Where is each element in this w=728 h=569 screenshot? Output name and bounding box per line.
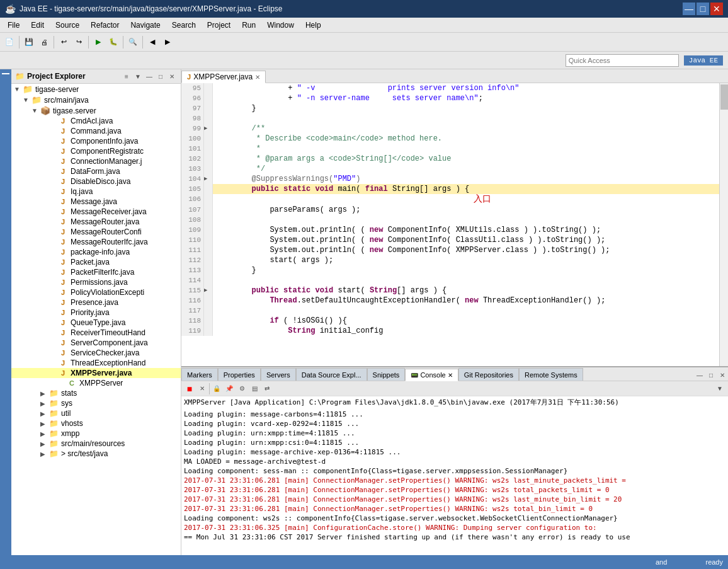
console-option3[interactable]: ⇄ bbox=[261, 383, 273, 394]
line-content[interactable]: public static void start( String[] args … bbox=[213, 285, 446, 296]
line-content[interactable]: System.out.println( ( new ComponentInfo(… bbox=[213, 225, 601, 235]
tree-item-messagerouter-java[interactable]: JMessageRouter.java bbox=[11, 217, 181, 227]
tab-properties[interactable]: Properties bbox=[218, 368, 261, 381]
tree-item-src-main-resources[interactable]: ▶📁src/main/resources bbox=[11, 439, 181, 449]
line-content[interactable]: 入口 bbox=[213, 194, 491, 205]
tree-item-queuetype-java[interactable]: JQueueType.java bbox=[11, 318, 181, 328]
tree-item-packetfilterifc-java[interactable]: JPacketFilterIfc.java bbox=[11, 267, 181, 277]
tree-item-policyviolationexcepti[interactable]: JPolicyViolationExcepti bbox=[11, 287, 181, 297]
line-content[interactable]: } bbox=[213, 265, 256, 275]
debug-button[interactable]: 🐛 bbox=[106, 35, 120, 49]
tree-item-dataform-java[interactable]: JDataForm.java bbox=[11, 166, 181, 176]
menu-edit[interactable]: Edit bbox=[26, 20, 49, 31]
menu-source[interactable]: Source bbox=[50, 20, 84, 31]
bottom-panel-maximize[interactable]: □ bbox=[705, 369, 717, 381]
tree-item-componentinfo-java[interactable]: JComponentInfo.java bbox=[11, 136, 181, 146]
line-content[interactable]: System.out.println( ( new ComponentInfo(… bbox=[213, 245, 610, 255]
tree-item-receivertimeouthand[interactable]: JReceiverTimeoutHand bbox=[11, 328, 181, 338]
menu-search[interactable]: Search bbox=[167, 20, 201, 31]
line-content[interactable]: } bbox=[213, 103, 256, 113]
line-content[interactable] bbox=[213, 113, 215, 124]
run-button[interactable]: ▶ bbox=[91, 35, 105, 49]
tab-close-button[interactable]: ✕ bbox=[255, 74, 260, 81]
search-button[interactable]: 🔍 bbox=[126, 35, 140, 49]
tree-item-presence-java[interactable]: JPresence.java bbox=[11, 297, 181, 307]
line-content[interactable]: + " -n server-name sets server name\n"; bbox=[213, 93, 483, 103]
undo-button[interactable]: ↩ bbox=[57, 35, 71, 49]
tree-item-stats[interactable]: ▶📁stats bbox=[11, 388, 181, 398]
menu-run[interactable]: Run bbox=[237, 20, 261, 31]
print-button[interactable]: 🖨 bbox=[37, 35, 51, 49]
tree-item-util[interactable]: ▶📁util bbox=[11, 408, 181, 418]
tree-src[interactable]: ▼ 📁 src/main/java bbox=[11, 95, 181, 105]
line-content[interactable]: public static void main( final String[] … bbox=[213, 184, 469, 194]
line-content[interactable]: /** bbox=[213, 124, 265, 134]
line-content[interactable]: System.out.println( ( new ComponentInfo(… bbox=[213, 235, 605, 245]
tree-item-iq-java[interactable]: JIq.java bbox=[11, 187, 181, 197]
tree-item-xmppserver-java[interactable]: JXMPPServer.java bbox=[11, 368, 181, 378]
bottom-panel-close[interactable]: ✕ bbox=[717, 369, 728, 381]
tree-item-messagerouterifc-java[interactable]: JMessageRouterIfc.java bbox=[11, 237, 181, 247]
save-button[interactable]: 💾 bbox=[22, 35, 36, 49]
console-tab-close[interactable]: ✕ bbox=[448, 372, 453, 379]
tree-item-sys[interactable]: ▶📁sys bbox=[11, 398, 181, 408]
line-content[interactable]: * Describe <code>main</code> method here… bbox=[213, 134, 442, 144]
tree-item-packet-java[interactable]: JPacket.java bbox=[11, 257, 181, 267]
scrollbar-thumb[interactable] bbox=[720, 84, 728, 110]
tree-item-vhosts[interactable]: ▶📁vhosts bbox=[11, 418, 181, 428]
maximize-button[interactable]: □ bbox=[697, 3, 709, 15]
console-option2[interactable]: ▤ bbox=[249, 383, 260, 394]
bottom-panel-minimize[interactable]: — bbox=[694, 369, 705, 381]
tree-item-command-java[interactable]: JCommand.java bbox=[11, 126, 181, 136]
menu-project[interactable]: Project bbox=[202, 20, 236, 31]
editor-scrollbar[interactable] bbox=[719, 83, 728, 366]
menu-refactor[interactable]: Refactor bbox=[86, 20, 124, 31]
tab-markers[interactable]: Markers bbox=[181, 368, 218, 381]
line-content[interactable] bbox=[213, 215, 215, 225]
new-button[interactable]: 📄 bbox=[3, 35, 16, 49]
tab-servers[interactable]: Servers bbox=[261, 368, 296, 381]
console-menu-button[interactable]: ▼ bbox=[714, 383, 725, 394]
pe-close-button[interactable]: ✕ bbox=[167, 71, 177, 81]
minimize-button[interactable]: — bbox=[683, 3, 695, 15]
menu-navigate[interactable]: Navigate bbox=[125, 20, 165, 31]
redo-button[interactable]: ↪ bbox=[72, 35, 86, 49]
pe-maximize-button[interactable]: □ bbox=[156, 71, 166, 81]
line-content[interactable]: if ( !isOSGi() ){ bbox=[213, 316, 347, 326]
line-content[interactable]: * @param args a <code>String[]</code> va… bbox=[213, 154, 451, 164]
tab-datasource[interactable]: Data Source Expl... bbox=[296, 368, 367, 381]
quick-access-input[interactable] bbox=[566, 54, 679, 67]
pe-menu-button[interactable]: ▼ bbox=[133, 71, 143, 81]
line-content[interactable]: @SuppressWarnings("PMD") bbox=[213, 174, 360, 184]
line-content[interactable]: + " -v prints server version info\n" bbox=[213, 83, 519, 93]
tree-root[interactable]: ▼ 📁 tigase-server bbox=[11, 84, 181, 95]
tree-item-disabledisco-java[interactable]: JDisableDisco.java bbox=[11, 176, 181, 187]
back-button[interactable]: ◀ bbox=[145, 35, 159, 49]
pe-minimize-button[interactable]: — bbox=[144, 71, 154, 81]
tree-tigase[interactable]: ▼ 📦 tigase.server bbox=[11, 105, 181, 116]
line-content[interactable] bbox=[213, 275, 215, 285]
menu-window[interactable]: Window bbox=[262, 20, 299, 31]
menu-file[interactable]: File bbox=[3, 20, 25, 31]
pe-collapse-button[interactable]: ≡ bbox=[122, 71, 132, 81]
tree-item-package-info-java[interactable]: Jpackage-info.java bbox=[11, 247, 181, 257]
tree-item-priority-java[interactable]: JPriority.java bbox=[11, 307, 181, 318]
line-content[interactable]: * bbox=[213, 144, 261, 154]
line-content[interactable]: */ bbox=[213, 164, 265, 174]
tree-item-connectionmanager-j[interactable]: JConnectionManager.j bbox=[11, 156, 181, 166]
tab-git[interactable]: Git Repositories bbox=[458, 368, 519, 381]
tab-remote[interactable]: Remote Systems bbox=[519, 368, 583, 381]
console-scroll-lock[interactable]: 🔒 bbox=[211, 383, 222, 394]
tree-item-permissions-java[interactable]: JPermissions.java bbox=[11, 277, 181, 287]
tree-item-threadexceptionhand[interactable]: JThreadExceptionHand bbox=[11, 358, 181, 368]
line-content[interactable]: String initial_config bbox=[213, 326, 383, 336]
line-content[interactable]: start( args ); bbox=[213, 255, 333, 265]
tree-item-componentregistratc[interactable]: JComponentRegistratc bbox=[11, 146, 181, 156]
tree-item-servercomponent-java[interactable]: JServerComponent.java bbox=[11, 338, 181, 348]
tree-item-messagereceiver-java[interactable]: JMessageReceiver.java bbox=[11, 207, 181, 217]
console-option1[interactable]: ⚙ bbox=[236, 383, 247, 394]
tree-item-messagerouterconfi[interactable]: JMessageRouterConfi bbox=[11, 227, 181, 237]
line-content[interactable]: Thread.setDefaultUncaughtExceptionHandle… bbox=[213, 296, 605, 306]
console-pin[interactable]: 📌 bbox=[224, 383, 235, 394]
code-editor[interactable]: 95 + " -v prints server version info\n"9… bbox=[181, 83, 719, 366]
